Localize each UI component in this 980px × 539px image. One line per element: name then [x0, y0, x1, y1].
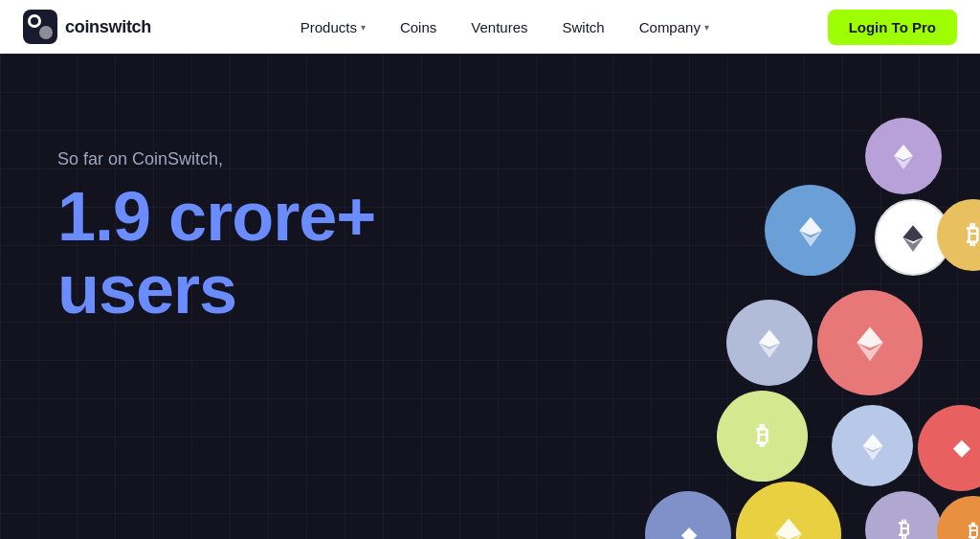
nav-company[interactable]: Company ▾ [624, 11, 724, 43]
crypto-circle-dia-red: ◆ [918, 405, 980, 491]
crypto-circles-area: ₿ ₿ ◆ ◆ ₿ ₿ [597, 108, 980, 539]
crypto-circle-eth-salmon [817, 290, 923, 395]
hero-content: So far on CoinSwitch, 1.9 crore+ users [57, 149, 375, 326]
svg-marker-4 [894, 145, 913, 160]
crypto-circle-eth-lightblue [726, 300, 813, 386]
hero-stat: 1.9 crore+ users [57, 181, 375, 326]
nav-ventures[interactable]: Ventures [456, 11, 543, 43]
svg-point-3 [31, 17, 38, 25]
login-to-pro-button[interactable]: Login To Pro [828, 10, 957, 45]
nav-switch[interactable]: Switch [547, 11, 620, 43]
crypto-circle-eth-periwinkle [832, 405, 913, 486]
svg-rect-0 [23, 10, 57, 44]
logo[interactable]: coinswitch [23, 10, 151, 44]
svg-marker-14 [862, 434, 882, 450]
chevron-down-icon-2: ▾ [704, 22, 709, 33]
svg-marker-6 [799, 216, 822, 235]
svg-marker-8 [902, 225, 923, 241]
navbar: coinswitch Products ▾ Coins Ventures Swi… [0, 0, 980, 54]
crypto-circle-dia-purple: ◆ [645, 491, 731, 539]
coinswitch-logo-icon [23, 10, 57, 44]
chevron-down-icon: ▾ [361, 22, 366, 33]
crypto-circle-eth-purple [865, 118, 942, 194]
nav-links: Products ▾ Coins Ventures Switch Company… [189, 11, 820, 43]
crypto-circle-eth-blue [765, 185, 856, 276]
crypto-circle-btc-orange: ₿ [937, 496, 980, 539]
hero-subtitle: So far on CoinSwitch, [57, 149, 375, 169]
nav-products[interactable]: Products ▾ [285, 11, 381, 43]
crypto-circle-eth-yellow [736, 482, 841, 539]
nav-coins[interactable]: Coins [385, 11, 452, 43]
nav-right: Login To Pro [828, 10, 957, 45]
svg-marker-12 [759, 330, 781, 348]
logo-text: coinswitch [65, 17, 151, 37]
svg-marker-16 [775, 519, 802, 540]
svg-point-2 [39, 26, 53, 39]
crypto-circle-btc-lavender: ₿ [865, 491, 942, 539]
hero-section: So far on CoinSwitch, 1.9 crore+ users ₿ [0, 54, 980, 539]
svg-marker-10 [857, 327, 883, 348]
crypto-circle-btc-green: ₿ [717, 391, 808, 482]
